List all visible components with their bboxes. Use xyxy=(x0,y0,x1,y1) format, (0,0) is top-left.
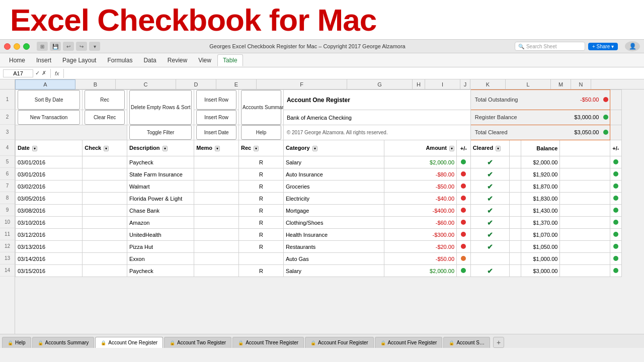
share-button[interactable]: + Share ▾ xyxy=(588,43,618,50)
amount-cell[interactable]: $2,000.00 xyxy=(384,265,456,277)
clear-rec-cell[interactable]: Clear Rec xyxy=(83,110,127,125)
desc-cell[interactable]: Paycheck xyxy=(127,265,194,277)
amount-cell[interactable]: -$400.00 xyxy=(384,205,456,217)
amount-cell[interactable]: -$50.00 xyxy=(384,180,456,193)
rec-cell[interactable]: R xyxy=(239,168,284,180)
memo-cell[interactable] xyxy=(194,229,239,241)
cleared-cell[interactable]: ✔ xyxy=(470,217,510,229)
undo-icon[interactable]: ↩ xyxy=(63,42,74,51)
check-cell[interactable] xyxy=(83,156,127,168)
desc-filter[interactable]: ▾ xyxy=(163,146,168,151)
amount-cell[interactable]: -$80.00 xyxy=(384,168,456,180)
sheet-tab-accounts-summary[interactable]: 🔒Accounts Summary xyxy=(32,337,95,348)
save-icon[interactable]: 💾 xyxy=(50,42,61,51)
date-cell[interactable]: 03/08/2016 xyxy=(16,205,83,217)
add-sheet-button[interactable]: + xyxy=(493,337,504,348)
search-box[interactable]: 🔍 Search Sheet xyxy=(515,42,585,51)
category-cell[interactable]: Clothing/Shoes xyxy=(283,217,384,229)
insert-date-button[interactable]: Insert Date xyxy=(196,125,236,140)
date-cell[interactable]: 03/01/2016 xyxy=(16,156,83,168)
insert-row-cell[interactable]: Insert Row xyxy=(194,90,239,110)
tab-page-layout[interactable]: Page Layout xyxy=(57,55,101,66)
tab-review[interactable]: Review xyxy=(163,55,192,66)
tab-table[interactable]: Table xyxy=(217,54,243,66)
rec-cell[interactable]: R xyxy=(239,205,284,217)
desc-cell[interactable]: Florida Power & Light xyxy=(127,193,194,205)
toggle-filter-button[interactable]: Toggle Filter xyxy=(129,125,192,140)
check-cell[interactable] xyxy=(83,205,127,217)
sheet-tab-help[interactable]: 🔒Help xyxy=(2,337,31,348)
tab-home[interactable]: Home xyxy=(4,55,30,66)
check-cell[interactable] xyxy=(83,241,127,253)
maximize-button[interactable] xyxy=(23,43,30,50)
date-cell[interactable]: 03/01/2016 xyxy=(16,168,83,180)
category-cell[interactable]: Salary xyxy=(283,156,384,168)
sort-by-date-button[interactable]: Sort By Date xyxy=(18,90,80,110)
category-cell[interactable]: Health Insurance xyxy=(283,229,384,241)
insert-row-button[interactable]: Insert Row xyxy=(196,90,236,110)
insert-row2-button[interactable]: Insert Row xyxy=(196,110,236,125)
check-cell[interactable] xyxy=(83,180,127,193)
memo-cell[interactable] xyxy=(194,241,239,253)
date-cell[interactable]: 03/02/2016 xyxy=(16,180,83,193)
minimize-button[interactable] xyxy=(14,43,20,50)
date-cell[interactable]: 03/13/2016 xyxy=(16,241,83,253)
tab-formulas[interactable]: Formulas xyxy=(102,55,137,66)
rec-cell[interactable]: R xyxy=(239,241,284,253)
help-button[interactable]: Help xyxy=(241,125,281,140)
memo-cell[interactable] xyxy=(194,193,239,205)
date-cell[interactable]: 03/15/2016 xyxy=(16,265,83,277)
check-cell[interactable] xyxy=(83,253,127,265)
cleared-cell[interactable]: ✔ xyxy=(470,265,510,277)
category-cell[interactable]: Restaurants xyxy=(283,241,384,253)
amount-cell[interactable]: -$20.00 xyxy=(384,241,456,253)
cell-reference[interactable]: A17 xyxy=(3,69,33,77)
rec-cell[interactable] xyxy=(239,253,284,265)
check-cell[interactable] xyxy=(83,265,127,277)
category-cell[interactable]: Electricity xyxy=(283,193,384,205)
memo-cell[interactable] xyxy=(194,253,239,265)
new-transaction-cell[interactable]: New Transaction xyxy=(16,110,83,125)
close-button[interactable] xyxy=(4,43,11,50)
memo-cell[interactable] xyxy=(194,180,239,193)
accounts-summary-button[interactable]: Accounts Summary xyxy=(241,90,281,125)
desc-cell[interactable]: Walmart xyxy=(127,180,194,193)
cleared-cell[interactable] xyxy=(470,253,510,265)
amount-cell[interactable]: -$300.00 xyxy=(384,229,456,241)
category-filter[interactable]: ▾ xyxy=(312,146,317,151)
sheet-tab-account-s…[interactable]: 🔒Account S… xyxy=(443,337,490,348)
insert-row2-cell[interactable]: Insert Row xyxy=(194,110,239,125)
check-cell[interactable] xyxy=(83,193,127,205)
rec-cell[interactable]: R xyxy=(239,180,284,193)
date-cell[interactable]: 03/14/2016 xyxy=(16,253,83,265)
cleared-cell[interactable]: ✔ xyxy=(470,180,510,193)
delete-empty-cell[interactable]: Delete Empty Rows & Sort xyxy=(127,90,194,125)
sort-by-date-cell[interactable]: Sort By Date xyxy=(16,90,83,110)
category-cell[interactable]: Auto Gas xyxy=(283,253,384,265)
memo-filter[interactable]: ▾ xyxy=(215,146,220,151)
amount-cell[interactable]: $2,000.00 xyxy=(384,156,456,168)
clear-rec-button[interactable]: Clear Rec xyxy=(85,110,125,125)
sheet-tab-account-three-register[interactable]: 🔒Account Three Register xyxy=(232,337,304,348)
rec-button[interactable]: Rec xyxy=(85,90,125,110)
cleared-cell[interactable]: ✔ xyxy=(470,229,510,241)
category-cell[interactable]: Mortgage xyxy=(283,205,384,217)
category-cell[interactable]: Auto Insurance xyxy=(283,168,384,180)
memo-cell[interactable] xyxy=(194,265,239,277)
memo-cell[interactable] xyxy=(194,205,239,217)
desc-cell[interactable]: UnitedHealth xyxy=(127,229,194,241)
desc-cell[interactable]: Paycheck xyxy=(127,156,194,168)
category-cell[interactable]: Groceries xyxy=(283,180,384,193)
tab-view[interactable]: View xyxy=(193,55,216,66)
sheet-tab-account-five-register[interactable]: 🔒Account Five Register xyxy=(375,337,443,348)
amount-cell[interactable]: -$40.00 xyxy=(384,193,456,205)
page-layout-icon[interactable]: ⊞ xyxy=(37,42,48,51)
sheet-tab-account-two-register[interactable]: 🔒Account Two Register xyxy=(164,337,231,348)
check-cell[interactable] xyxy=(83,229,127,241)
category-cell[interactable]: Salary xyxy=(283,265,384,277)
date-cell[interactable]: 03/10/2016 xyxy=(16,217,83,229)
rec-cell[interactable]: R xyxy=(239,217,284,229)
desc-cell[interactable]: State Farm Insurance xyxy=(127,168,194,180)
sheet-tab-account-one-register[interactable]: 🔒Account One Register xyxy=(95,337,163,348)
memo-cell[interactable] xyxy=(194,156,239,168)
